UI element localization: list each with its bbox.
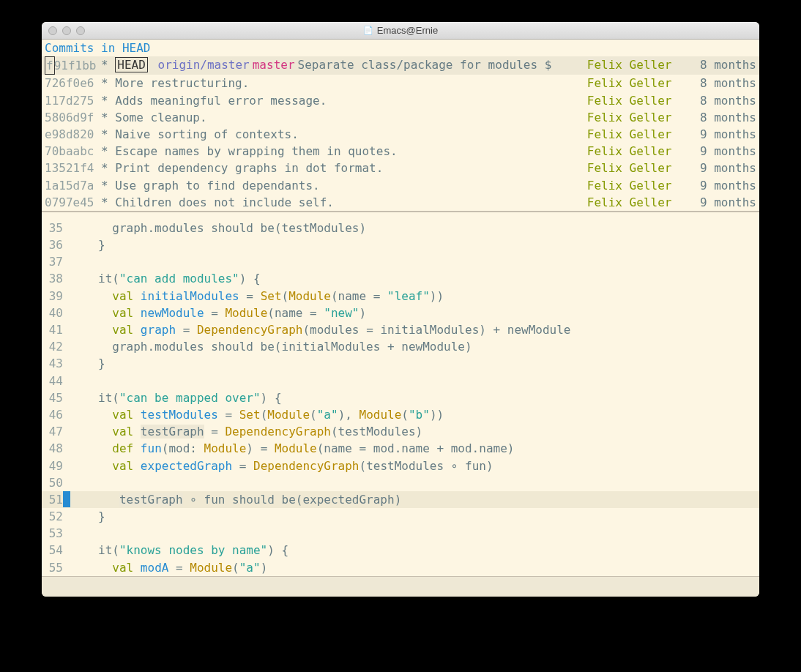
commit-message: More restructuring. — [115, 75, 586, 92]
code-line[interactable]: 54 it("knows nodes by name") { — [42, 542, 759, 559]
source-text: graph.modules should be(initialModules +… — [63, 338, 472, 355]
commit-message: Print dependency graphs in dot format. — [115, 160, 586, 176]
line-number: 36 — [42, 236, 63, 253]
commit-hash: 1a15d7a — [45, 177, 101, 194]
commit-row[interactable]: e98d820 * Naive sorting of contexts.Feli… — [42, 126, 759, 143]
code-line[interactable]: 51 testGraph ∘ fun should be(expectedGra… — [42, 491, 759, 508]
commit-message: Use graph to find dependants. — [115, 177, 586, 194]
source-text: val expectedGraph = DependencyGraph(test… — [63, 458, 493, 474]
line-number: 50 — [42, 474, 63, 491]
line-number: 53 — [42, 525, 63, 542]
commit-age: 9 months — [686, 194, 756, 211]
code-line[interactable]: 40 val newModule = Module(name = "new") — [42, 305, 759, 321]
commit-row[interactable]: 13521f4 * Print dependency graphs in dot… — [42, 160, 759, 176]
code-line[interactable]: 48 def fun(mod: Module) = Module(name = … — [42, 440, 759, 457]
graph-marker: * — [101, 92, 115, 109]
code-line[interactable]: 47 val testGraph = DependencyGraph(testM… — [42, 423, 759, 440]
commit-hash: 726f0e6 — [45, 75, 101, 92]
commit-message: Some cleanup. — [115, 109, 586, 126]
code-line[interactable]: 38 it("can add modules") { — [42, 270, 759, 287]
source-text: it("can be mapped over") { — [63, 389, 282, 406]
graph-marker: * — [101, 109, 115, 126]
local-ref: master — [253, 58, 295, 72]
commit-author: Felix Geller — [587, 160, 686, 176]
commit-row[interactable]: 0797e45 * Children does not include self… — [42, 194, 759, 211]
commit-author: Felix Geller — [587, 194, 686, 211]
code-line[interactable]: 53 — [42, 525, 759, 542]
remote-ref: origin/master — [158, 58, 250, 72]
commits-pane[interactable]: Commits in HEAD f91f1bb * HEAD origin/ma… — [42, 40, 759, 212]
code-line[interactable]: 35 graph.modules should be(testModules) — [42, 220, 759, 236]
graph-marker: * — [101, 126, 115, 143]
graph-marker: * — [101, 177, 115, 194]
source-text: } — [63, 508, 105, 525]
commit-age: 8 months — [686, 109, 756, 126]
code-line[interactable]: 42 graph.modules should be(initialModule… — [42, 338, 759, 355]
commit-row[interactable]: f91f1bb * HEAD origin/mastermasterSepara… — [42, 56, 759, 75]
code-line[interactable]: 52 } — [42, 508, 759, 525]
commit-message: Naive sorting of contexts. — [115, 126, 586, 143]
code-line[interactable]: 49 val expectedGraph = DependencyGraph(t… — [42, 458, 759, 474]
code-line[interactable]: 46 val testModules = Set(Module("a"), Mo… — [42, 406, 759, 423]
commit-message: Escape names by wrapping them in quotes. — [115, 143, 586, 160]
commit-age: 8 months — [686, 92, 756, 109]
source-text — [63, 373, 70, 389]
commit-author: Felix Geller — [587, 75, 686, 92]
commit-row[interactable]: 726f0e6 * More restructuring.Felix Gelle… — [42, 75, 759, 92]
traffic-lights — [42, 26, 85, 35]
line-number: 35 — [42, 220, 63, 236]
code-line[interactable]: 37 — [42, 253, 759, 270]
commit-author: Felix Geller — [587, 177, 686, 194]
source-text: testGraph ∘ fun should be(expectedGraph) — [70, 491, 402, 508]
source-text: val modA = Module("a") — [63, 559, 267, 576]
code-line[interactable]: 44 — [42, 373, 759, 389]
commit-row[interactable]: 1a15d7a * Use graph to find dependants.F… — [42, 177, 759, 194]
commit-message: Children does not include self. — [115, 194, 586, 211]
line-number: 46 — [42, 406, 63, 423]
code-line[interactable]: 41 val graph = DependencyGraph(modules =… — [42, 321, 759, 338]
code-pane[interactable]: 35 graph.modules should be(testModules)3… — [42, 212, 759, 576]
zoom-icon[interactable] — [76, 26, 85, 35]
titlebar[interactable]: 📄 Emacs@Ernie — [42, 22, 759, 40]
commit-row[interactable]: 70baabc * Escape names by wrapping them … — [42, 143, 759, 160]
line-number: 39 — [42, 288, 63, 305]
commit-hash: 70baabc — [45, 143, 101, 160]
line-number: 49 — [42, 458, 63, 474]
code-line[interactable]: 55 val modA = Module("a") — [42, 559, 759, 576]
code-line[interactable]: 45 it("can be mapped over") { — [42, 389, 759, 406]
graph-marker: * — [101, 160, 115, 176]
commit-author: Felix Geller — [587, 143, 686, 160]
window-title-text: Emacs@Ernie — [377, 25, 438, 36]
source-text: val newModule = Module(name = "new") — [63, 305, 366, 321]
commit-age: 8 months — [686, 75, 756, 92]
graph-marker: * — [101, 56, 115, 75]
line-number: 42 — [42, 338, 63, 355]
commit-hash: 5806d9f — [45, 109, 101, 126]
source-text: val testGraph = DependencyGraph(testModu… — [63, 423, 422, 440]
line-number: 40 — [42, 305, 63, 321]
line-number: 47 — [42, 423, 63, 440]
code-line[interactable]: 43 } — [42, 355, 759, 372]
commit-author: Felix Geller — [587, 56, 686, 75]
code-line[interactable]: 39 val initialModules = Set(Module(name … — [42, 288, 759, 305]
close-icon[interactable] — [48, 26, 57, 35]
commit-author: Felix Geller — [587, 109, 686, 126]
commit-message: HEAD origin/mastermasterSeparate class/p… — [115, 56, 586, 75]
line-number: 44 — [42, 373, 63, 389]
source-text: val testModules = Set(Module("a"), Modul… — [63, 406, 444, 423]
source-text: } — [63, 236, 105, 253]
code-line[interactable]: 50 — [42, 474, 759, 491]
commit-hash: f91f1bb — [45, 56, 101, 75]
commit-row[interactable]: 5806d9f * Some cleanup.Felix Geller8 mon… — [42, 109, 759, 126]
commits-header: Commits in HEAD — [42, 40, 759, 56]
line-number: 52 — [42, 508, 63, 525]
line-number: 38 — [42, 270, 63, 287]
commit-hash: e98d820 — [45, 126, 101, 143]
minimize-icon[interactable] — [62, 26, 71, 35]
commit-row[interactable]: 117d275 * Adds meaningful error message.… — [42, 92, 759, 109]
line-number: 48 — [42, 440, 63, 457]
code-line[interactable]: 36 } — [42, 236, 759, 253]
source-text: it("knows nodes by name") { — [63, 542, 288, 559]
source-text: val initialModules = Set(Module(name = "… — [63, 288, 444, 305]
line-number: 51 — [42, 491, 63, 508]
